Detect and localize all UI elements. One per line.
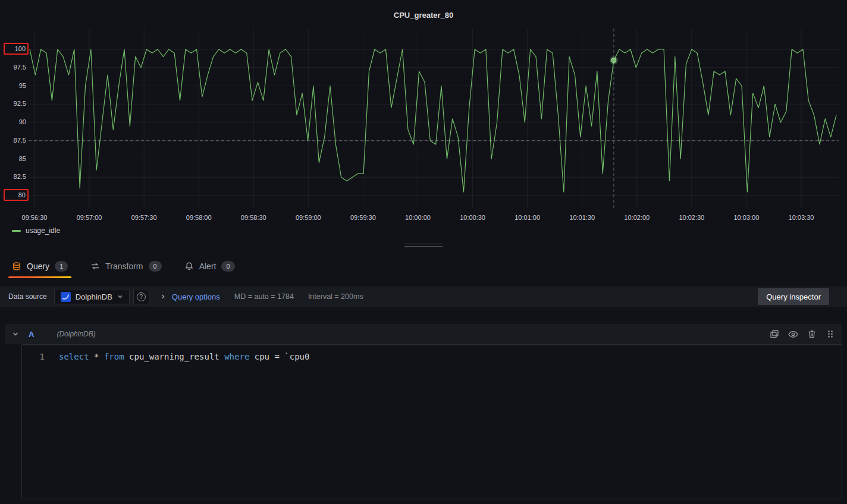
- panel-resize-handle[interactable]: [404, 244, 443, 247]
- tab-query-count: 1: [55, 261, 68, 272]
- max-data-points-text: MD = auto = 1784: [234, 292, 294, 301]
- drag-handle-icon[interactable]: [826, 329, 835, 339]
- query-options-toggle[interactable]: Query options: [172, 292, 220, 301]
- collapse-query-button[interactable]: [12, 330, 19, 338]
- tab-alert-count: 0: [221, 261, 234, 272]
- datasource-value: DolphinDB: [76, 292, 112, 301]
- tab-transform-label: Transform: [105, 262, 143, 271]
- tab-query[interactable]: Query 1: [8, 254, 71, 278]
- query-inspector-button[interactable]: Query inspector: [758, 288, 829, 305]
- query-row-actions: [770, 329, 835, 339]
- hide-query-button[interactable]: [788, 329, 798, 339]
- datasource-label: Data source: [8, 292, 47, 301]
- query-ref-id: A: [29, 330, 34, 339]
- legend-color-swatch: [12, 230, 21, 232]
- interval-text: Interval = 200ms: [308, 292, 363, 301]
- duplicate-query-button[interactable]: [770, 329, 779, 339]
- query-editor-card: A (DolphinDB): [5, 324, 842, 499]
- query-row-header[interactable]: A (DolphinDB): [5, 324, 842, 344]
- tab-alert-label: Alert: [199, 262, 217, 271]
- tab-transform-count: 0: [149, 261, 162, 272]
- timeseries-chart[interactable]: [0, 0, 847, 244]
- database-icon: [12, 262, 21, 271]
- chevron-right-icon: [160, 294, 166, 300]
- editor-line-number: 1: [22, 351, 45, 499]
- legend-label: usage_idle: [26, 226, 60, 235]
- query-code-editor[interactable]: 1 select * from cpu_warning_result where…: [21, 344, 842, 499]
- panel-editor-tabs: Query 1 Transform 0 Alert 0: [0, 254, 847, 278]
- datasource-help-button[interactable]: ?: [133, 289, 149, 304]
- datasource-picker[interactable]: DolphinDB: [54, 289, 130, 304]
- chevron-down-icon: [117, 294, 123, 300]
- query-toolbar: Data source DolphinDB ? Query options MD…: [0, 286, 847, 307]
- help-icon: ?: [137, 292, 146, 301]
- tab-alert[interactable]: Alert 0: [181, 254, 239, 278]
- tab-query-label: Query: [27, 262, 49, 271]
- delete-query-button[interactable]: [807, 329, 817, 339]
- transform-icon: [90, 262, 100, 271]
- legend-item-usage-idle[interactable]: usage_idle: [12, 226, 60, 235]
- query-datasource-hint: (DolphinDB): [57, 330, 95, 338]
- panel: CPU_greater_80 09:56:3009:57:0009:57:300…: [0, 0, 847, 250]
- tab-transform[interactable]: Transform 0: [87, 254, 165, 278]
- query-code-line: select * from cpu_warning_result where c…: [59, 351, 309, 499]
- bell-icon: [184, 262, 194, 271]
- query-options-row: Query options MD = auto = 1784 Interval …: [160, 292, 363, 301]
- dolphindb-logo: [61, 292, 71, 302]
